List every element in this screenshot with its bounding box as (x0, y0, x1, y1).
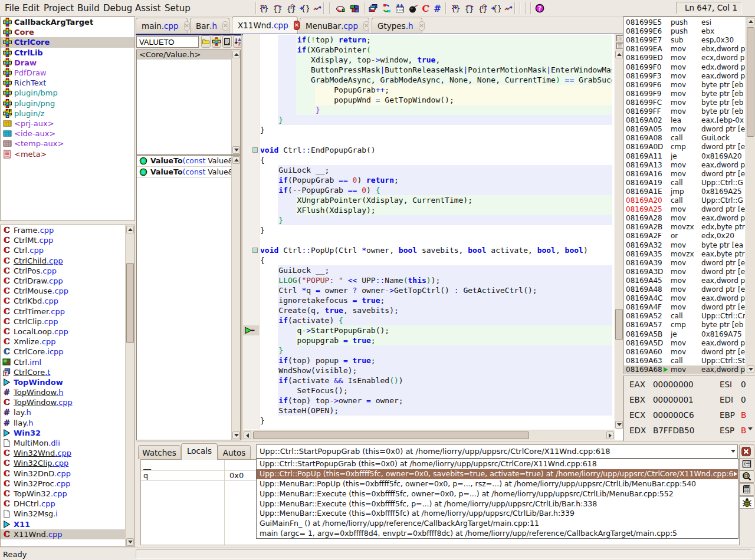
tab-close-icon[interactable]: ✕ (184, 21, 190, 31)
disasm-row[interactable]: 08169A4Fmovdword ptr [e (624, 303, 745, 312)
code-line[interactable]: if(top) top->owner = owner; (260, 396, 612, 406)
disasm-scrollbar[interactable] (746, 17, 755, 374)
assist-scope-list[interactable]: <Core/Value.h> (136, 50, 241, 155)
package-item[interactable]: PdfDraw (1, 68, 134, 78)
scroll-down-icon[interactable] (232, 431, 240, 439)
split-horizontal-icon[interactable] (616, 35, 623, 41)
dock-inspect-button[interactable] (739, 470, 754, 483)
code-line[interactable]: LLOG("POPUP: " << UPP::Name(this)); (260, 275, 612, 285)
toolbar-step-into-button[interactable]: {} (258, 2, 270, 15)
scrollbar-thumb[interactable] (126, 263, 134, 343)
package-item[interactable]: <ide-aux> (1, 129, 134, 139)
code-line[interactable]: } (260, 345, 612, 355)
code-line[interactable]: Ctrl *q = owner ? owner->GetTopCtrl() : … (260, 285, 612, 295)
disasm-row[interactable]: 08169A35movzxeax,byte ptr (624, 250, 745, 259)
package-item[interactable]: <meta> (1, 149, 134, 159)
stack-frame-item[interactable]: Upp::MenuBar::PopUp (this=0xbffff5fc, ow… (257, 479, 738, 489)
stack-frame-item[interactable]: Upp::Ctrl::StartPopupGrab (this=0x0) at … (257, 459, 738, 469)
disasm-row[interactable]: 08169A2Bmovzxedx,byte ptr (624, 223, 745, 232)
scroll-up-icon[interactable] (126, 226, 134, 233)
code-line[interactable]: XFlush(Xdisplay); (260, 205, 612, 215)
code-line[interactable]: } (260, 215, 612, 225)
disasm-row[interactable]: 08169A68moveax,dword p (624, 365, 745, 374)
stack-frame-item[interactable]: Upp::Ctrl::PopUp (this=0xbffff5fc, owner… (257, 469, 738, 479)
file-item[interactable]: #lay.h (1, 407, 134, 417)
disasm-row[interactable]: 08169A16movdword ptr [e (624, 170, 745, 179)
locals-column-divider[interactable] (224, 460, 225, 545)
code-line[interactable]: PopupGrab++; (260, 85, 612, 95)
file-item[interactable]: CWin32Clip.cpp (1, 458, 134, 468)
scroll-up-icon[interactable] (232, 51, 240, 58)
tab-X11Wnd.cpp[interactable]: X11Wnd.cpp✕ (232, 17, 298, 34)
scrollbar-thumb[interactable] (253, 431, 529, 439)
disasm-row[interactable]: 08169A45moveax,dword p (624, 276, 745, 285)
menu-debug[interactable]: Debug (100, 2, 135, 14)
code-line[interactable]: { (260, 155, 612, 165)
package-item[interactable]: <prj-aux> (1, 118, 134, 129)
file-item[interactable]: X11 (1, 519, 134, 529)
disasm-row[interactable]: 081699E5pushesi (624, 18, 745, 27)
file-list-scrollbar[interactable] (125, 225, 134, 546)
scroll-right-icon[interactable] (606, 431, 614, 439)
file-item[interactable]: TopWindow (1, 377, 134, 387)
scrollbar-thumb[interactable] (747, 27, 754, 137)
assist-package-button-button[interactable] (212, 35, 221, 48)
file-item[interactable]: Win32Msg.i (1, 509, 134, 519)
toolbar-step-out-button[interactable]: {} (285, 2, 297, 15)
assist-file-dark-button[interactable] (222, 35, 232, 48)
disasm-row[interactable]: 081699E7subesp,0x30 (624, 36, 745, 45)
file-item[interactable]: CtrlCore.t (1, 367, 134, 377)
disasm-row[interactable]: 08169A25movdword ptr [e (624, 205, 745, 214)
file-item[interactable]: CDHCtrl.cpp (1, 499, 134, 509)
file-item[interactable]: CTopWin32.cpp (1, 489, 134, 499)
code-line[interactable]: WndShow(visible); (260, 365, 612, 375)
disasm-row[interactable]: 08169A02leaeax,[ebp-0x (624, 116, 745, 125)
call-stack-popup[interactable]: Upp::Ctrl::StartPopupGrab (this=0x0) at … (256, 459, 738, 539)
tab-Bar.h[interactable]: Bar.h✕ (190, 18, 229, 33)
toolbar-step-over-button[interactable]: {} (463, 2, 475, 15)
disasm-row[interactable]: 081699EAmovebx,dword p (624, 45, 745, 54)
split-vertical-icon[interactable] (616, 42, 623, 49)
file-item[interactable]: CCtrlCore.icpp (1, 347, 134, 357)
file-item[interactable]: CX11Wnd.cpp (1, 529, 134, 539)
stack-frame-item[interactable]: Upp::MenuBar::Execute (this=0xbffff5fc, … (257, 499, 738, 509)
tab-MenuBar.cpp[interactable]: MenuBar.cpp✕ (300, 18, 369, 33)
disasm-row[interactable]: 081699E6pushebx (624, 27, 745, 36)
menu-setup[interactable]: Setup (162, 2, 193, 14)
toolbar-help-button[interactable]: ? (534, 2, 546, 15)
disassembly-pane[interactable]: 081699E5pushesi081699E6pushebx081699E7su… (623, 17, 755, 374)
assist-result-scrollbar[interactable] (231, 156, 240, 440)
code-line[interactable]: ignoretakefocus = true; (260, 295, 612, 305)
code-line[interactable]: q->StartPopupGrab(); (260, 325, 612, 335)
code-line[interactable]: popupWnd = GetTopWindow(); (260, 95, 612, 105)
code-line[interactable]: if(XGrabPointer( (260, 45, 612, 55)
code-line[interactable]: SetFocus(); (260, 386, 612, 396)
file-item[interactable]: #llay.h (1, 418, 134, 428)
assist-result-item[interactable]: ValueTo(const Value& (137, 167, 240, 178)
disasm-row[interactable]: 081699F0movedx,dword p (624, 63, 745, 72)
stack-frame-item[interactable]: GuiMainFn_ () at /home/liorry/upp/refere… (257, 519, 738, 529)
code-line[interactable]: GrabModeAsync, GrabModeAsync, None, None… (260, 75, 612, 85)
editor-horizontal-scrollbar[interactable] (243, 430, 615, 440)
code-line[interactable]: } (260, 115, 612, 125)
code-line[interactable]: if(activate && IsEnabled()) (260, 375, 612, 386)
code-line[interactable]: if(PopupGrab == 0) return; (260, 175, 612, 185)
file-item[interactable]: CTopWindow.cpp (1, 397, 134, 407)
code-line[interactable] (260, 135, 612, 145)
code-line[interactable]: if(activate) { (260, 315, 612, 325)
file-item[interactable]: #TopWindow.h (1, 387, 134, 397)
stack-frame-item[interactable]: Upp::MenuBar::Execute (this=0xbffff5fc) … (257, 509, 738, 519)
toolbar-run-to-cursor-button[interactable]: {} (490, 2, 501, 15)
menu-edit[interactable]: Edit (19, 2, 42, 14)
tab-close-icon[interactable]: ✕ (294, 21, 300, 30)
code-line[interactable]: if(!top) return; (260, 35, 612, 45)
disasm-row[interactable]: 08169A39movdword ptr [e (624, 259, 745, 268)
stack-frame-item[interactable]: Upp::MenuBar::Execute (this=0xbffff5fc, … (257, 489, 738, 499)
package-item[interactable]: CtrlCore (1, 37, 134, 47)
editor-vertical-scrollbar[interactable] (615, 34, 623, 429)
stack-frame-combo[interactable]: Upp::Ctrl::StartPopupGrab (this=0x0) at … (256, 444, 738, 459)
disasm-row[interactable]: 08169A2Foredx,0x20 (624, 232, 745, 241)
code-line[interactable]: } (260, 416, 612, 426)
package-item[interactable]: Draw (1, 58, 134, 68)
stack-frame-item[interactable]: main (argc= 1, argv=0xbffff8d4, envptr=0… (257, 529, 738, 539)
